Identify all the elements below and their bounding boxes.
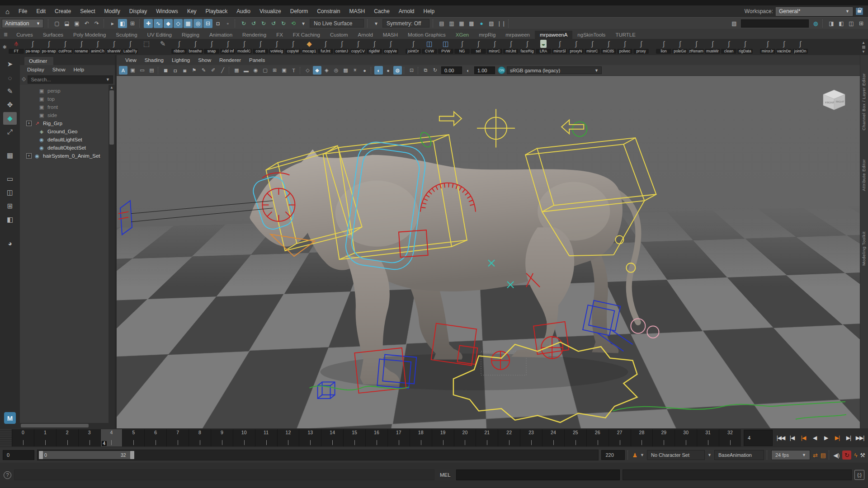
shelf-item-ft[interactable]: ⫛FT: [8, 40, 24, 54]
shelf-item-cutprox[interactable]: ∫cutProx: [57, 40, 73, 54]
snap-together[interactable]: ⊟: [203, 19, 212, 28]
scroll-thumb[interactable]: [862, 46, 865, 49]
timeline-frame-19[interactable]: 19: [432, 429, 454, 446]
shelf-item-furjnt[interactable]: ∫furJnt: [317, 40, 334, 54]
shelf-item-po-snap[interactable]: ∫po-snap: [41, 40, 57, 54]
menu-cache[interactable]: Cache: [369, 7, 394, 16]
shelf-item-sel[interactable]: ∫sel: [470, 40, 486, 54]
mel-toggle-button[interactable]: MEL: [437, 472, 453, 478]
step-forward-key-button[interactable]: ▶|: [832, 432, 843, 444]
shelf-item-count[interactable]: ∫count: [252, 40, 269, 54]
eye-target-control[interactable]: [118, 201, 273, 235]
sidebar-tab-modeling-toolkit[interactable]: Modeling Toolkit: [861, 231, 866, 266]
render-settings[interactable]: ▩: [467, 19, 476, 28]
camera-gate[interactable]: ◙: [180, 66, 189, 75]
outliner-item-persp[interactable]: ▣persp: [20, 87, 108, 95]
shelf-item-ribbon[interactable]: ∫ribbon: [171, 40, 187, 54]
shelf-tab-mrpaweena[interactable]: mrpaweenA: [535, 31, 572, 39]
timeline-frame-20[interactable]: 20: [454, 429, 476, 446]
film-gate[interactable]: ▬: [242, 66, 250, 75]
shelf-menu-icon[interactable]: ≣: [4, 32, 8, 38]
shadows[interactable]: ▩: [341, 66, 350, 75]
shelf-item-rigdata[interactable]: ∫rigData: [737, 40, 753, 54]
step-back-frame-button[interactable]: |◀: [787, 432, 797, 444]
shelf-item-copyw[interactable]: ∫copyW: [285, 40, 301, 54]
camera-attributes[interactable]: ▣: [128, 66, 137, 75]
plugin-shapes[interactable]: ⊡: [407, 66, 416, 75]
timeline-frame-13[interactable]: 13: [299, 429, 321, 446]
outliner-item-defaultlightset[interactable]: ◉defaultLightSet: [20, 136, 108, 144]
bookmarks[interactable]: ▭: [138, 66, 146, 75]
workspace-lock-button[interactable]: [855, 7, 863, 15]
history-dropdown[interactable]: ▾: [299, 19, 308, 28]
shelf-tab-xgen[interactable]: XGen: [451, 31, 474, 39]
timeline-frame-14[interactable]: 14: [321, 429, 343, 446]
shelf-tab-sculpting[interactable]: Sculpting: [111, 31, 142, 39]
set-key-icon[interactable]: ϟ: [854, 452, 857, 459]
field-chart[interactable]: ⊞: [270, 66, 279, 75]
menu-modify[interactable]: Modify: [99, 7, 124, 16]
timeline-frame-6[interactable]: 6: [144, 429, 166, 446]
menu-deform[interactable]: Deform: [286, 7, 312, 16]
shelf-item-proxyn[interactable]: ∫proxyN: [568, 40, 584, 54]
viewport-menu-renderer[interactable]: Renderer: [215, 56, 245, 64]
shelf-item-voweig[interactable]: ∫voWeig: [269, 40, 285, 54]
timeline-frame-21[interactable]: 21: [476, 429, 498, 446]
shelf-tab-uv-editing[interactable]: UV Editing: [142, 31, 177, 39]
shelf-item-jointor[interactable]: ∫jointOr: [405, 40, 421, 54]
shelf-gear-icon[interactable]: ✱: [1, 44, 8, 50]
shelf-scrollbar[interactable]: ▲ ▼: [860, 41, 867, 54]
select-hierarchy[interactable]: ▸: [108, 19, 117, 28]
outliner-horizontal-scrollbar[interactable]: [20, 423, 115, 428]
workspace-select[interactable]: General* ▼: [776, 7, 853, 16]
sidebar-tab-attribute-editor[interactable]: Attribute Editor: [861, 159, 866, 191]
expand-icon[interactable]: +: [26, 153, 32, 159]
menu-display[interactable]: Display: [125, 7, 151, 16]
script-editor-icon[interactable]: {;}: [854, 470, 864, 480]
snap-to-point[interactable]: ◆: [164, 19, 173, 28]
shelf-item-mocap1[interactable]: ◆mocap1: [301, 40, 317, 54]
menu-visualize[interactable]: Visualize: [255, 7, 286, 16]
timeline-frame-12[interactable]: 12: [277, 429, 299, 446]
timeline-frame-16[interactable]: 16: [365, 429, 387, 446]
loop-playback-icon[interactable]: ⇄: [813, 452, 818, 459]
ipr-render[interactable]: ▥: [447, 19, 456, 28]
shelf-tab-rigging[interactable]: Rigging: [177, 31, 204, 39]
menu-edit[interactable]: Edit: [32, 7, 50, 16]
menu-constrain[interactable]: Constrain: [312, 7, 344, 16]
select-object[interactable]: ◧: [118, 19, 127, 28]
resolution-gate[interactable]: ◉: [251, 66, 260, 75]
render-sequence[interactable]: ▦: [457, 19, 466, 28]
shelf-item-pa-snap[interactable]: ∫pa-snap: [24, 40, 41, 54]
shelf-tab-motion-graphics[interactable]: Motion Graphics: [403, 31, 451, 39]
image-plane[interactable]: ▤: [147, 66, 156, 75]
scroll-thumb[interactable]: [21, 424, 89, 427]
auto-key-record-button[interactable]: ↻: [842, 450, 851, 460]
select-component[interactable]: ⊞: [128, 19, 137, 28]
snap-to-curve[interactable]: ∿: [154, 19, 163, 28]
shelf-item-breathe[interactable]: ∫breathe: [187, 40, 203, 54]
outliner-item-hairsystem-0-anim-set[interactable]: +◉hairSystem_0_Anim_Set: [20, 152, 108, 160]
last-tool-used[interactable]: ▦: [3, 149, 17, 162]
scale-tool[interactable]: ⤢: [3, 126, 17, 138]
menu-audio[interactable]: Audio: [232, 7, 255, 16]
timeline-frame-9[interactable]: 9: [211, 429, 233, 446]
shelf-item-cvw[interactable]: ◫CVW: [421, 40, 438, 54]
outliner-menu-show[interactable]: Show: [49, 66, 69, 73]
shelf-item-paint-skin-weights-tool[interactable]: ✎: [155, 40, 171, 54]
light-editor[interactable]: ▧: [487, 19, 496, 28]
timeline-frame-17[interactable]: 17: [387, 429, 410, 446]
menu-arnold[interactable]: Arnold: [394, 7, 419, 16]
gamma-toggle-button[interactable]: ON: [498, 66, 505, 74]
scroll-down-icon[interactable]: ▼: [862, 50, 865, 54]
timeline-frame-0[interactable]: 0: [12, 429, 34, 446]
shelf-item-labelty[interactable]: ∫LabelTy: [122, 40, 138, 54]
shelf-item-mictls[interactable]: ∫miCtlS: [600, 40, 617, 54]
shelf-tab-ngskintools[interactable]: ngSkinTools: [572, 31, 610, 39]
view-cube[interactable]: FRONT RIGHT: [821, 88, 847, 111]
fps-select[interactable]: 24 fps ▼: [771, 450, 810, 460]
anim-start-field[interactable]: 0: [3, 450, 34, 460]
timeline-frame-11[interactable]: 11: [255, 429, 277, 446]
arrow-right-control[interactable]: [439, 112, 462, 125]
shelf-tab-mrprig[interactable]: mrpRig: [474, 31, 500, 39]
